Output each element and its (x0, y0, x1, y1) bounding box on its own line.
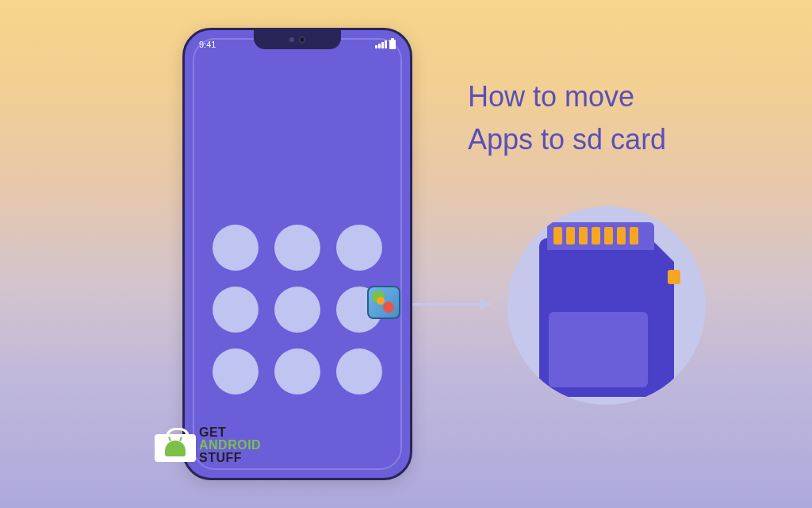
signal-icon (375, 40, 387, 48)
app-placeholder (213, 348, 259, 394)
app-placeholder (213, 287, 259, 333)
phone-mockup: 9:41 (182, 28, 412, 480)
watermark-text: GET ANDROID STUFF (199, 426, 261, 464)
sd-label-area (549, 312, 648, 387)
app-placeholder (213, 225, 259, 271)
title-line-1: How to move (468, 75, 666, 118)
title-line-2: Apps to sd card (468, 118, 666, 161)
sd-lock-switch (668, 270, 680, 284)
arrow-icon (412, 298, 492, 310)
status-indicators (375, 40, 396, 49)
app-placeholder (336, 348, 382, 394)
watermark-bag-icon (155, 429, 196, 462)
status-bar: 9:41 (199, 40, 396, 49)
app-grid (213, 225, 382, 394)
sd-contacts (547, 222, 654, 250)
watermark-logo: GET ANDROID STUFF (155, 426, 261, 464)
sd-card-circle (508, 206, 706, 405)
app-placeholder (274, 287, 320, 333)
page-title: How to move Apps to sd card (468, 75, 666, 161)
app-placeholder (274, 225, 320, 271)
sd-card-icon (539, 238, 674, 397)
watermark-android: ANDROID (199, 439, 261, 452)
app-placeholder (274, 348, 320, 394)
moving-app-icon (367, 286, 400, 319)
battery-icon (389, 40, 396, 49)
status-time: 9:41 (199, 40, 216, 49)
app-placeholder (336, 225, 382, 271)
watermark-get: GET (199, 426, 261, 439)
android-icon (165, 441, 186, 456)
watermark-stuff: STUFF (199, 452, 261, 464)
